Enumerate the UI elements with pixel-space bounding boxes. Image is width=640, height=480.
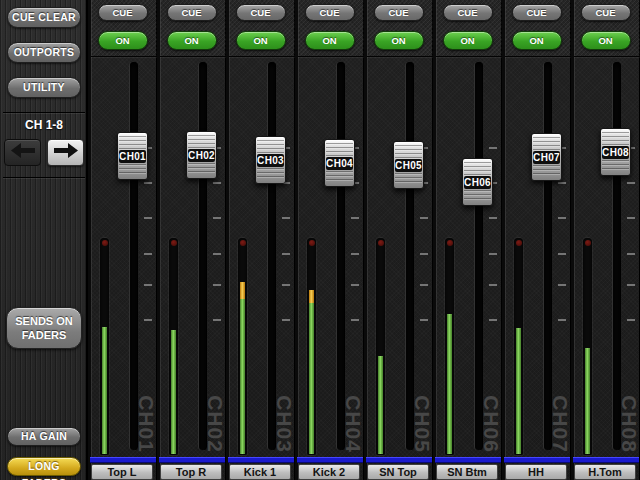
on-button[interactable]: ON [98,31,148,50]
channel-name[interactable]: Kick 2 [298,464,360,480]
channel-color-bar [297,457,363,463]
cue-button[interactable]: CUE [581,4,631,21]
fader-knob[interactable]: CH03 [255,136,286,184]
on-button[interactable]: ON [581,31,631,50]
fader-scale-tick [282,253,290,255]
fader-knob[interactable]: CH08 [600,128,631,176]
channel-name[interactable]: SN Btm [436,464,498,480]
fader-track[interactable] [199,62,206,450]
clip-led-icon [585,240,591,246]
cue-button[interactable]: CUE [443,4,493,21]
fader-knob[interactable]: CH07 [531,133,562,181]
fader-track[interactable] [130,62,137,450]
channel-name[interactable]: Top R [160,464,222,480]
cue-button[interactable]: CUE [98,4,148,21]
on-button[interactable]: ON [167,31,217,50]
fader-track[interactable] [544,62,551,450]
channel-strip: CUE ON CH05 CH05 SN Top [364,0,433,480]
fader-knob[interactable]: CH05 [393,141,424,189]
on-button[interactable]: ON [305,31,355,50]
fader-scale-tick [213,217,221,219]
fader-scale-tick [351,284,359,286]
cue-button[interactable]: CUE [374,4,424,21]
channel-name[interactable]: H.Tom [574,464,636,480]
fader-knob[interactable]: CH06 [462,158,493,206]
channel-strip: CUE ON CH01 CH01 Top L [88,0,157,480]
cue-button[interactable]: CUE [512,4,562,21]
fader-track[interactable] [475,62,482,450]
fader-scale-tick [627,284,635,286]
fader-scale-tick [558,319,566,321]
on-button[interactable]: ON [236,31,286,50]
fader-knob[interactable]: CH01 [117,132,148,180]
channel-bank-label: CH 1-8 [0,118,88,132]
channel-strip: CUE ON CH08 CH08 H.Tom [571,0,640,480]
cue-button[interactable]: CUE [167,4,217,21]
on-button[interactable]: ON [374,31,424,50]
channel-color-bar [228,457,294,463]
fader-scale-tick [420,253,428,255]
fader-scale-tick [282,217,290,219]
fader-scale-tick [144,319,152,321]
cue-button[interactable]: CUE [305,4,355,21]
fader-scale-tick [213,253,221,255]
channel-color-bar [159,457,225,463]
fader-scale-tick [144,253,152,255]
channel-strip: CUE ON CH06 CH06 SN Btm [433,0,502,480]
fader-scale-tick [420,319,428,321]
ha-gain-button[interactable]: HA GAIN [7,427,81,446]
fader-scale-tick [489,147,497,149]
fader-knob-label: CH07 [533,151,560,164]
fader-scale-tick [213,319,221,321]
level-meter [100,238,109,455]
level-meter [583,238,592,455]
sends-on-faders-button[interactable]: SENDS ON FADERS [6,307,82,349]
bank-prev-button[interactable] [4,139,41,166]
channel-strip: CUE ON CH04 CH04 Kick 2 [295,0,364,480]
level-meter [238,238,247,455]
cue-button[interactable]: CUE [236,4,286,21]
long-faders-button[interactable]: LONG FADERS [7,457,81,476]
channel-strip: CUE ON CH02 CH02 Top R [157,0,226,480]
channel-strip: CUE ON CH03 CH03 Kick 1 [226,0,295,480]
channel-id-watermark: CH08 [619,392,639,456]
arrow-left-icon [11,143,35,162]
cue-clear-button[interactable]: CUE CLEAR [7,7,81,28]
outports-button[interactable]: OUTPORTS [7,42,81,63]
level-meter [445,238,454,455]
fader-track[interactable] [268,62,275,450]
channel-name[interactable]: SN Top [367,464,429,480]
clip-led-icon [378,240,384,246]
sidebar: CUE CLEAR OUTPORTS UTILITY CH 1-8 SENDS … [0,0,88,480]
on-button[interactable]: ON [512,31,562,50]
bank-next-button[interactable] [47,139,84,166]
channel-name[interactable]: Kick 1 [229,464,291,480]
meter-fill [378,356,383,454]
fader-track[interactable] [406,62,413,450]
utility-button[interactable]: UTILITY [7,77,81,98]
fader-scale-tick [144,284,152,286]
meter-fill [102,327,107,454]
mixer-app: CUE CLEAR OUTPORTS UTILITY CH 1-8 SENDS … [0,0,640,480]
sidebar-divider [3,112,85,113]
on-button[interactable]: ON [443,31,493,50]
fader-scale-tick [351,319,359,321]
channel-color-bar [90,457,156,463]
fader-knob[interactable]: CH04 [324,139,355,187]
fader-scale-tick [489,284,497,286]
fader-scale-tick [213,284,221,286]
fader-scale-tick [558,217,566,219]
channel-name[interactable]: HH [505,464,567,480]
fader-scale-tick [627,182,635,184]
channel-id-watermark: CH07 [550,392,570,456]
clip-led-icon [102,240,108,246]
level-meter [307,238,316,455]
channel-strips: CUE ON CH01 CH01 Top L CUE [88,0,640,480]
fader-knob[interactable]: CH02 [186,131,217,179]
fader-track[interactable] [337,62,344,450]
fader-scale-tick [627,319,635,321]
channel-name[interactable]: Top L [91,464,153,480]
fader-track[interactable] [613,62,620,450]
fader-scale-tick [144,182,152,184]
channel-color-bar [504,457,570,463]
